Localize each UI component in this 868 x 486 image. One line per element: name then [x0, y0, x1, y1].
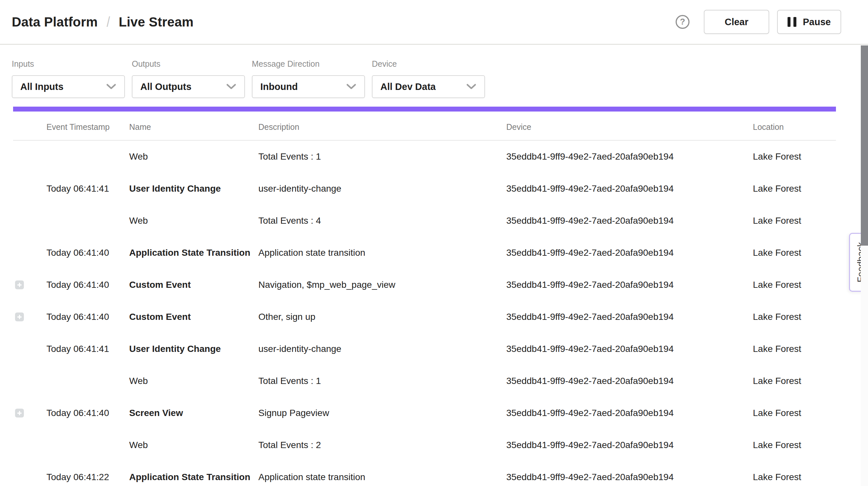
- event-name: Custom Event: [129, 312, 191, 322]
- help-circle-icon[interactable]: ?: [675, 14, 690, 29]
- event-name: Application State Transition: [129, 472, 250, 482]
- filter-inputs-label: Inputs: [12, 59, 125, 69]
- event-timestamp: Today 06:41:22: [46, 472, 109, 482]
- event-device: 35eddb41-9ff9-49e2-7aed-20afa90eb194: [506, 376, 674, 386]
- event-device: 35eddb41-9ff9-49e2-7aed-20afa90eb194: [506, 215, 674, 226]
- table-row: Today 06:41:40 Custom Event Other, sign …: [0, 301, 868, 333]
- event-timestamp: Today 06:41:40: [46, 312, 109, 322]
- event-location: Lake Forest: [753, 183, 801, 194]
- event-device: 35eddb41-9ff9-49e2-7aed-20afa90eb194: [506, 151, 674, 162]
- event-description: Signup Pageview: [258, 408, 329, 418]
- event-description: Total Events : 1: [258, 376, 321, 386]
- table-row: Web Total Events : 1 35eddb41-9ff9-49e2-…: [0, 141, 868, 173]
- filter-message-direction-label: Message Direction: [252, 59, 365, 69]
- breadcrumb-separator: /: [106, 14, 110, 30]
- event-name: User Identity Change: [129, 344, 221, 354]
- pause-icon: [787, 17, 796, 27]
- top-bar-actions: ? Clear Pause: [675, 0, 841, 44]
- outputs-select-value: All Outputs: [140, 82, 226, 92]
- event-description: Navigation, $mp_web_page_view: [258, 280, 395, 290]
- event-location: Lake Forest: [753, 344, 801, 354]
- chevron-down-icon: [466, 83, 476, 90]
- event-timestamp: Today 06:41:40: [46, 248, 109, 258]
- col-header-location: Location: [753, 122, 784, 132]
- scrollbar-thumb[interactable]: [861, 45, 868, 246]
- table-row: Today 06:41:40 Screen View Signup Pagevi…: [0, 397, 868, 429]
- plus-square-icon[interactable]: [15, 281, 24, 290]
- inputs-select-value: All Inputs: [20, 82, 106, 92]
- event-name: Web: [129, 151, 148, 162]
- breadcrumb: Data Platform / Live Stream: [12, 0, 194, 44]
- event-location: Lake Forest: [753, 472, 801, 482]
- event-description: user-identity-change: [258, 344, 341, 354]
- pause-button-label: Pause: [803, 17, 831, 28]
- col-header-description: Description: [258, 122, 299, 132]
- top-bar: Data Platform / Live Stream ? Clear Paus…: [0, 0, 868, 44]
- event-timestamp: Today 06:41:41: [46, 183, 109, 194]
- table-row: Web Total Events : 4 35eddb41-9ff9-49e2-…: [0, 205, 868, 237]
- svg-text:?: ?: [680, 17, 685, 27]
- event-device: 35eddb41-9ff9-49e2-7aed-20afa90eb194: [506, 248, 674, 258]
- event-location: Lake Forest: [753, 151, 801, 162]
- table-row: Web Total Events : 2 35eddb41-9ff9-49e2-…: [0, 429, 868, 461]
- event-name: Application State Transition: [129, 248, 250, 258]
- event-name: Custom Event: [129, 280, 191, 290]
- message-direction-select[interactable]: Inbound: [252, 75, 365, 98]
- clear-button[interactable]: Clear: [704, 10, 769, 34]
- event-name: User Identity Change: [129, 183, 221, 194]
- event-device: 35eddb41-9ff9-49e2-7aed-20afa90eb194: [506, 312, 674, 322]
- event-description: Total Events : 1: [258, 151, 321, 162]
- event-location: Lake Forest: [753, 215, 801, 226]
- page-title: Live Stream: [119, 15, 194, 29]
- event-timestamp: Today 06:41:41: [46, 344, 109, 354]
- device-select[interactable]: All Dev Data: [372, 75, 485, 98]
- live-stream-page: Data Platform / Live Stream ? Clear Paus…: [0, 0, 868, 486]
- breadcrumb-parent[interactable]: Data Platform: [12, 15, 98, 29]
- inputs-select[interactable]: All Inputs: [12, 75, 125, 98]
- event-device: 35eddb41-9ff9-49e2-7aed-20afa90eb194: [506, 408, 674, 418]
- event-description: Other, sign up: [258, 312, 315, 322]
- event-name: Web: [129, 376, 148, 386]
- outputs-select[interactable]: All Outputs: [132, 75, 245, 98]
- event-description: Total Events : 4: [258, 215, 321, 226]
- event-table-body: Web Total Events : 1 35eddb41-9ff9-49e2-…: [0, 141, 868, 486]
- event-name: Web: [129, 440, 148, 450]
- table-row: Web Total Events : 1 35eddb41-9ff9-49e2-…: [0, 365, 868, 397]
- event-device: 35eddb41-9ff9-49e2-7aed-20afa90eb194: [506, 472, 674, 482]
- accent-bar: [13, 107, 836, 112]
- table-row: Today 06:41:22 Application State Transit…: [0, 461, 868, 486]
- filter-message-direction: Message Direction Inbound: [252, 45, 365, 98]
- col-header-device: Device: [506, 122, 531, 132]
- filter-device: Device All Dev Data: [372, 45, 485, 98]
- table-header: Event Timestamp Name Description Device …: [0, 118, 868, 139]
- event-description: Application state transition: [258, 472, 365, 482]
- event-name: Screen View: [129, 408, 183, 418]
- event-description: Total Events : 2: [258, 440, 321, 450]
- chevron-down-icon: [106, 83, 117, 90]
- col-header-event-timestamp: Event Timestamp: [46, 122, 110, 132]
- chevron-down-icon: [226, 83, 237, 90]
- clear-button-label: Clear: [725, 17, 749, 28]
- event-location: Lake Forest: [753, 408, 801, 418]
- table-row: Today 06:41:40 Application State Transit…: [0, 237, 868, 269]
- filter-outputs: Outputs All Outputs: [132, 45, 245, 98]
- filter-outputs-label: Outputs: [132, 59, 245, 69]
- table-row: Today 06:41:41 User Identity Change user…: [0, 173, 868, 205]
- event-location: Lake Forest: [753, 440, 801, 450]
- event-name: Web: [129, 215, 148, 226]
- plus-square-icon[interactable]: [15, 313, 24, 322]
- table-row: Today 06:41:40 Custom Event Navigation, …: [0, 269, 868, 301]
- event-location: Lake Forest: [753, 376, 801, 386]
- chevron-down-icon: [346, 83, 356, 90]
- event-timestamp: Today 06:41:40: [46, 280, 109, 290]
- event-location: Lake Forest: [753, 248, 801, 258]
- pause-button[interactable]: Pause: [777, 10, 841, 34]
- filter-device-label: Device: [372, 59, 485, 69]
- message-direction-select-value: Inbound: [260, 82, 346, 92]
- event-device: 35eddb41-9ff9-49e2-7aed-20afa90eb194: [506, 183, 674, 194]
- filter-bar: Inputs All Inputs Outputs All Outputs Me…: [12, 45, 485, 98]
- filter-inputs: Inputs All Inputs: [12, 45, 125, 98]
- event-timestamp: Today 06:41:40: [46, 408, 109, 418]
- plus-square-icon[interactable]: [15, 409, 24, 418]
- event-description: Application state transition: [258, 248, 365, 258]
